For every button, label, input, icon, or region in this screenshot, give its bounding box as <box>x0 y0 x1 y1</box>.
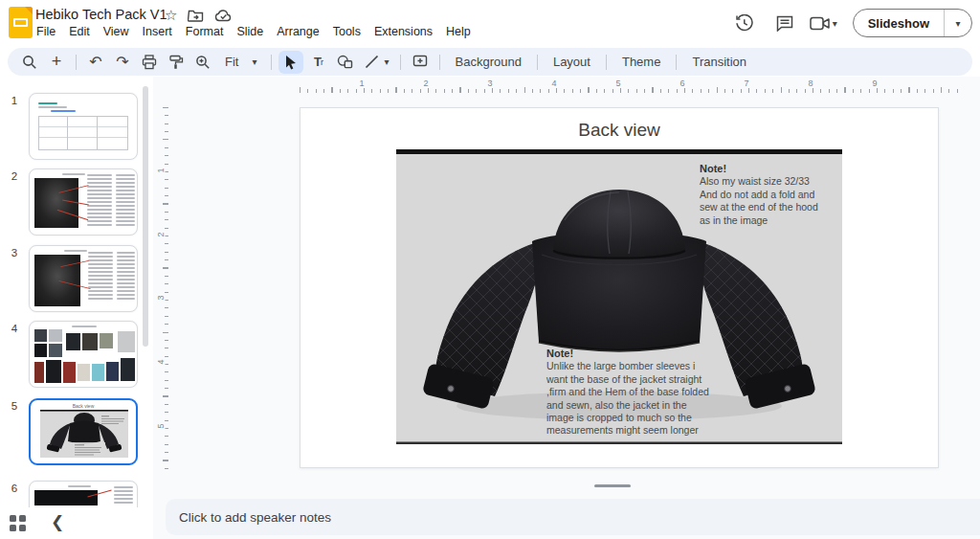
collapse-filmstrip-button[interactable]: ❮ <box>45 510 70 534</box>
thumb4-ref-image <box>78 364 90 381</box>
new-slide-button[interactable]: + <box>44 51 69 74</box>
menu-file[interactable]: File <box>30 23 62 40</box>
current-slide[interactable]: Back view <box>300 107 939 468</box>
line-options-caret[interactable]: ▾ <box>384 56 389 67</box>
title-actions: ☆ <box>165 8 233 23</box>
zoom-fit-label: Fit <box>225 55 238 69</box>
layout-button[interactable]: Layout <box>545 51 599 74</box>
note-top[interactable]: Note! Also my waist size 32/33 And do no… <box>700 163 835 227</box>
thumb5-image-area <box>40 410 128 458</box>
speaker-notes-placeholder: Click to add speaker notes <box>179 510 331 525</box>
redo-button[interactable]: ↷ <box>110 51 135 74</box>
add-comment-icon <box>412 55 428 69</box>
thumb4-ref-image <box>66 333 80 350</box>
zoom-in-icon <box>195 55 211 70</box>
document-title[interactable]: Hebiko Tech Pack V1 <box>35 7 167 22</box>
thumb2-text-column <box>87 174 112 228</box>
note-bottom[interactable]: Note! Unlike the large bomber sleeves i … <box>546 348 715 438</box>
background-button[interactable]: Background <box>447 51 530 74</box>
menu-slide[interactable]: Slide <box>230 23 270 40</box>
grid-view-button[interactable] <box>10 515 26 531</box>
zoom-fit-dropdown[interactable]: Fit ▾ <box>217 55 264 69</box>
star-icon[interactable]: ☆ <box>165 8 177 23</box>
insert-line-button[interactable] <box>359 51 384 74</box>
h-ruler-number: 1 <box>357 79 366 88</box>
thumb2-text-column <box>116 174 135 228</box>
slideshow-button[interactable]: Slideshow <box>854 10 944 36</box>
printer-icon <box>142 55 157 70</box>
filmstrip-row-5: 5 Back view <box>0 398 138 465</box>
thumb5-title: Back view <box>31 403 136 409</box>
caret-down-icon: ▾ <box>955 18 960 29</box>
vertical-ruler: 1 2 3 4 5 <box>156 107 169 473</box>
toolbar-divider <box>271 55 272 70</box>
caret-down-icon: ▾ <box>833 18 837 29</box>
insert-comment-button[interactable] <box>408 51 433 74</box>
grid-view-icon <box>19 525 26 531</box>
menu-edit[interactable]: Edit <box>62 23 97 40</box>
slide-thumbnail-5-selected[interactable]: Back view <box>29 398 138 465</box>
thumb4-ref-image <box>34 362 44 383</box>
slide-thumbnail-1[interactable] <box>29 93 138 160</box>
main-toolbar: + ↶ ↷ Fit ▾ Tr ▾ <box>8 48 972 76</box>
logo-fold <box>25 7 33 14</box>
filmstrip-row-6: 6 <box>0 481 138 507</box>
toolbar-divider <box>439 55 440 70</box>
theme-button[interactable]: Theme <box>613 51 669 74</box>
thumb4-title-line <box>72 326 97 327</box>
h-ruler-number: 7 <box>742 79 750 88</box>
paint-format-button[interactable] <box>164 51 189 74</box>
cloud-status-icon[interactable] <box>214 9 233 22</box>
menu-help[interactable]: Help <box>439 23 478 40</box>
text-box-icon: T <box>314 55 321 69</box>
grid-view-icon <box>19 515 26 522</box>
zoom-button[interactable] <box>190 51 215 74</box>
header-actions: ▾ Slideshow ▾ <box>729 9 972 37</box>
toolbar-divider <box>76 55 77 70</box>
jacket-image-block[interactable]: Note! Also my waist size 32/33 And do no… <box>396 149 842 444</box>
menu-extensions[interactable]: Extensions <box>368 23 439 40</box>
search-menus-button[interactable] <box>17 51 42 74</box>
notes-resize-handle[interactable] <box>594 484 631 487</box>
menu-view[interactable]: View <box>97 23 136 40</box>
menu-insert[interactable]: Insert <box>136 23 179 40</box>
logo-inner-shape <box>13 18 28 27</box>
thumb4-ref-image <box>63 362 76 383</box>
comments-icon[interactable] <box>769 9 800 37</box>
move-folder-icon[interactable] <box>188 9 204 22</box>
filmstrip-viewport: 1 2 <box>0 77 153 507</box>
thumb1-text-line <box>38 106 67 108</box>
filmstrip-scrollbar[interactable] <box>143 86 148 347</box>
meet-call-control[interactable]: ▾ <box>810 16 837 31</box>
text-box-button[interactable]: Tr <box>305 51 330 74</box>
thumb3-title-line <box>64 250 87 252</box>
filmstrip-row-4: 4 <box>0 321 138 388</box>
menu-tools[interactable]: Tools <box>326 23 368 40</box>
toolbar-divider <box>400 55 401 70</box>
menu-arrange[interactable]: Arrange <box>270 23 325 40</box>
print-button[interactable] <box>137 51 162 74</box>
v-ruler-number: 4 <box>155 358 165 365</box>
slide-thumbnail-3[interactable] <box>29 245 138 312</box>
v-ruler-half-ticks <box>163 107 168 469</box>
insert-shape-button[interactable] <box>332 51 357 74</box>
undo-button[interactable]: ↶ <box>83 51 108 74</box>
select-tool-button[interactable] <box>278 51 303 74</box>
grid-view-icon <box>10 525 16 531</box>
transition-button[interactable]: Transition <box>683 51 755 74</box>
slideshow-options-button[interactable]: ▾ <box>945 10 971 36</box>
speaker-notes-panel[interactable]: Click to add speaker notes <box>166 499 980 535</box>
slide-title[interactable]: Back view <box>301 120 938 141</box>
slide-thumbnail-2[interactable] <box>29 168 138 236</box>
thumb4-ref-image <box>100 333 113 348</box>
thumb4-ref-image <box>92 364 104 381</box>
menu-format[interactable]: Format <box>179 23 231 40</box>
version-history-icon[interactable] <box>729 9 760 37</box>
thumb2-title-line <box>62 173 85 175</box>
slide-thumbnail-4[interactable] <box>29 321 138 388</box>
h-ruler-number: 8 <box>806 79 814 88</box>
h-ruler-number: 4 <box>549 79 558 88</box>
google-slides-app: Hebiko Tech Pack V1 ☆ File Edit View Ins… <box>0 0 980 539</box>
slide-thumbnail-6[interactable] <box>29 481 138 507</box>
editing-canvas: 1 2 3 4 5 6 7 8 9 1 2 3 4 5 Back view <box>153 77 980 539</box>
